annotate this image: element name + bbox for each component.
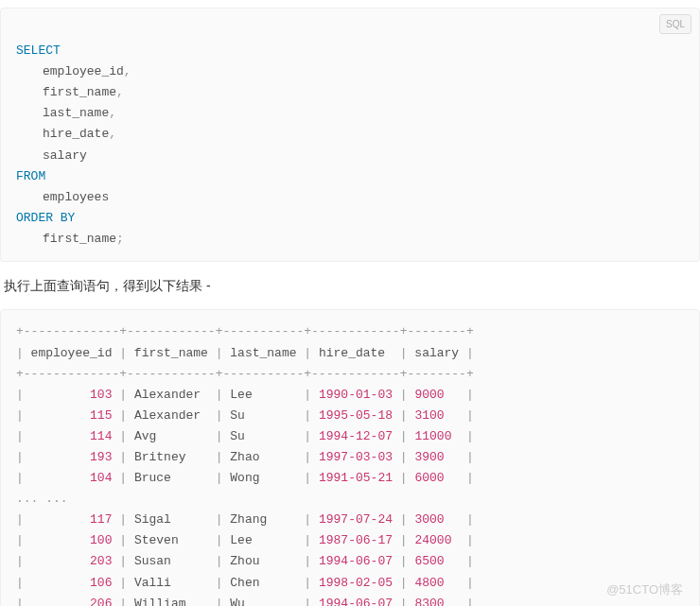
col-salary: salary: [43, 148, 87, 163]
kw-order-by: ORDER BY: [16, 211, 75, 225]
kw-from: FROM: [16, 169, 45, 183]
prose-result-intro: 执行上面查询语句，得到以下结果 -: [4, 275, 696, 296]
col-hire-date: hire_date: [43, 127, 109, 141]
order-col: first_name: [43, 232, 116, 246]
kw-select: SELECT: [16, 43, 61, 58]
sql-code-block: SQLSELECT employee_id, first_name, last_…: [0, 8, 700, 262]
col-employee-id: employee_id: [43, 64, 124, 78]
col-first-name: first_name: [43, 85, 116, 99]
col-last-name: last_name: [43, 106, 109, 120]
table-name: employees: [43, 190, 109, 204]
result-table-block: +-------------+------------+-----------+…: [0, 309, 700, 606]
language-badge: SQL: [659, 14, 691, 34]
